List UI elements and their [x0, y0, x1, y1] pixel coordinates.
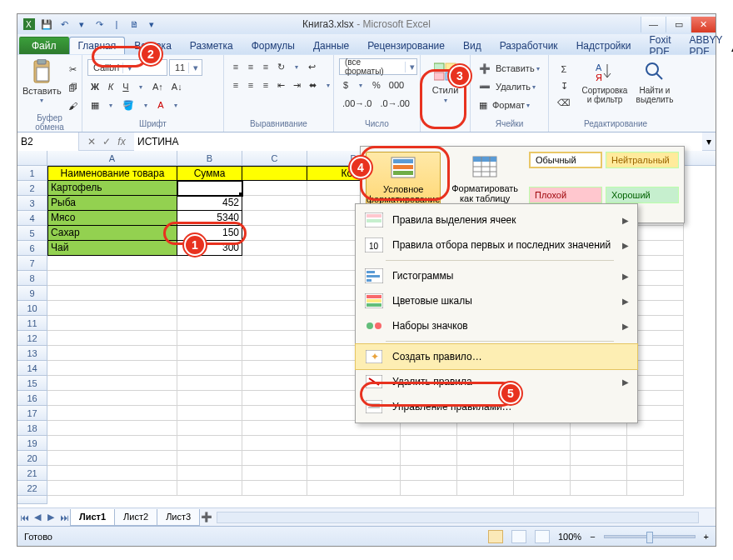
row-header[interactable]: 19: [17, 436, 47, 451]
cell[interactable]: [47, 451, 177, 466]
cell[interactable]: [401, 451, 457, 466]
fx-icon[interactable]: fx: [116, 136, 127, 148]
cell[interactable]: [47, 406, 177, 421]
zoom-out-button[interactable]: −: [590, 532, 595, 542]
tab-review[interactable]: Рецензирование: [358, 37, 454, 55]
cell[interactable]: [242, 331, 307, 346]
zoom-slider[interactable]: [604, 535, 696, 538]
cell[interactable]: [242, 406, 307, 421]
cell[interactable]: Наименование товара: [47, 166, 177, 181]
cell[interactable]: [177, 451, 242, 466]
cell[interactable]: [242, 286, 307, 301]
sheet-tab[interactable]: Лист2: [114, 509, 157, 526]
cell[interactable]: [242, 226, 307, 241]
align-mid-icon[interactable]: ≡: [244, 59, 257, 74]
indent-icon[interactable]: ⇥: [290, 78, 304, 92]
cell[interactable]: [457, 481, 514, 496]
row-header[interactable]: 12: [17, 331, 47, 346]
clear-icon[interactable]: ⌫: [554, 95, 574, 110]
cancel-formula-icon[interactable]: ✕: [86, 136, 97, 148]
style-bad[interactable]: Плохой: [529, 187, 602, 203]
cell[interactable]: [47, 466, 177, 481]
cell[interactable]: [627, 436, 684, 451]
cell[interactable]: [242, 301, 307, 316]
cell[interactable]: [514, 466, 571, 481]
cell[interactable]: Рыба: [47, 196, 177, 211]
format-cells-button[interactable]: ▦Формат▾: [476, 98, 530, 112]
fontcolor-drop-icon[interactable]: ▾: [169, 98, 182, 112]
cell[interactable]: [177, 421, 242, 436]
cell[interactable]: [177, 331, 242, 346]
cell[interactable]: [177, 181, 242, 196]
col-header[interactable]: A: [47, 151, 177, 165]
tab-addins[interactable]: Надстройки: [567, 37, 641, 55]
italic-button[interactable]: К: [104, 79, 117, 94]
cell[interactable]: [242, 241, 307, 256]
dec-dec-icon[interactable]: .0→.00: [376, 96, 412, 111]
cell[interactable]: [47, 286, 177, 301]
cell[interactable]: [457, 451, 514, 466]
cell[interactable]: [571, 436, 627, 451]
cell[interactable]: [627, 481, 684, 496]
cell[interactable]: [307, 436, 401, 451]
cell[interactable]: [177, 346, 242, 361]
number-format-combo[interactable]: (все форматы)▾: [339, 58, 417, 75]
align-top-icon[interactable]: ≡: [229, 59, 242, 74]
cell[interactable]: [242, 196, 307, 211]
cell[interactable]: [242, 421, 307, 436]
border-drop-icon[interactable]: ▾: [104, 98, 117, 112]
cell[interactable]: Мясо: [47, 211, 177, 226]
zoom-in-button[interactable]: +: [704, 532, 709, 542]
tab-data[interactable]: Данные: [304, 37, 358, 55]
sheet-nav-last-icon[interactable]: ⏭: [57, 510, 71, 525]
fill-down-icon[interactable]: ↧: [554, 78, 574, 93]
cell[interactable]: [177, 406, 242, 421]
cell[interactable]: [47, 331, 177, 346]
inc-dec-icon[interactable]: .00→.0: [339, 96, 375, 111]
cell[interactable]: 452: [177, 196, 242, 211]
tab-layout[interactable]: Разметка: [181, 37, 242, 55]
horizontal-scrollbar[interactable]: [217, 512, 699, 523]
view-pagelayout-icon[interactable]: [511, 530, 526, 543]
cell[interactable]: [401, 481, 457, 496]
cell[interactable]: [571, 481, 627, 496]
cell[interactable]: [177, 316, 242, 331]
row-header[interactable]: 17: [17, 406, 47, 421]
menu-top-rules[interactable]: 10 Правила отбора первых и последних зна…: [356, 232, 637, 258]
tab-foxit[interactable]: Foxit PDF: [640, 37, 680, 55]
cell[interactable]: Чай: [47, 241, 177, 256]
cell[interactable]: [177, 286, 242, 301]
style-good[interactable]: Хороший: [606, 187, 679, 203]
name-box[interactable]: [17, 132, 79, 151]
cell[interactable]: [177, 466, 242, 481]
printpreview-icon[interactable]: 🗎: [127, 18, 141, 31]
find-select-button[interactable]: Найти и выделить: [632, 58, 677, 104]
menu-iconsets[interactable]: Наборы значков▶: [356, 313, 637, 338]
align-center-icon[interactable]: ≡: [244, 78, 257, 92]
underline-drop-icon[interactable]: ▾: [134, 79, 147, 94]
undo-icon[interactable]: ↶: [57, 18, 71, 31]
cell[interactable]: [307, 451, 401, 466]
menu-colorscales[interactable]: Цветовые шкалы▶: [356, 288, 637, 313]
row-header[interactable]: 9: [17, 286, 47, 301]
formatpainter-icon[interactable]: 🖌: [65, 98, 81, 113]
fontcolor-icon[interactable]: A: [154, 98, 167, 112]
row-header[interactable]: 8: [17, 271, 47, 286]
row-header[interactable]: 13: [17, 346, 47, 361]
insert-cells-button[interactable]: ➕Вставить▾: [476, 61, 540, 76]
cell[interactable]: [242, 481, 307, 496]
orientation-icon[interactable]: ↻: [274, 59, 288, 74]
currency-drop-icon[interactable]: ▾: [354, 78, 367, 92]
cell[interactable]: [242, 181, 307, 196]
tab-view[interactable]: Вид: [454, 37, 491, 55]
fill-drop-icon[interactable]: ▾: [139, 98, 152, 112]
cell[interactable]: [47, 346, 177, 361]
row-header[interactable]: 21: [17, 466, 47, 481]
cell[interactable]: [307, 466, 401, 481]
maximize-button[interactable]: ▭: [666, 17, 691, 32]
enter-formula-icon[interactable]: ✓: [101, 136, 112, 148]
cell[interactable]: [457, 466, 514, 481]
cell[interactable]: [514, 481, 571, 496]
menu-highlight-rules[interactable]: Правила выделения ячеек▶: [356, 208, 637, 232]
row-header[interactable]: 5: [17, 226, 47, 241]
